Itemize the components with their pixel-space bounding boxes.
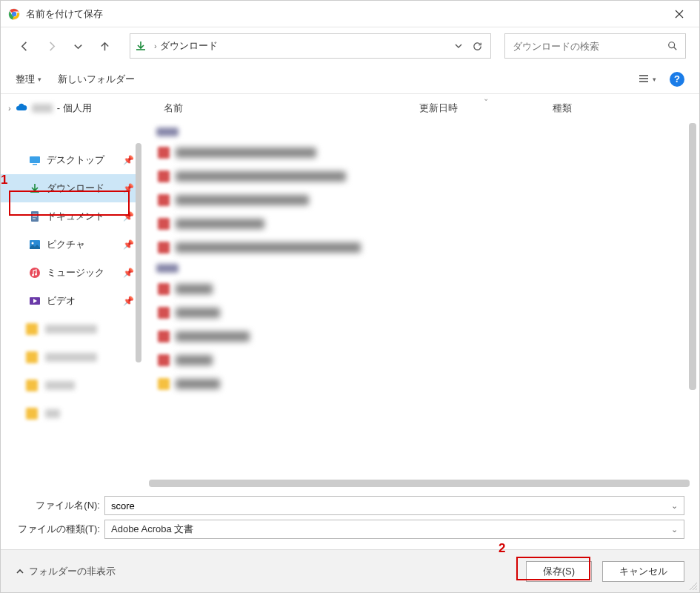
- sort-indicator-icon: ⌄: [483, 94, 489, 102]
- save-button[interactable]: 保存(S): [526, 561, 592, 582]
- file-row[interactable]: [141, 348, 699, 372]
- toolbar: 整理▾ 新しいフォルダー ▾ ?: [1, 64, 699, 94]
- sidebar-item-redacted[interactable]: [1, 343, 141, 371]
- file-row[interactable]: [141, 188, 699, 212]
- column-type[interactable]: 種類: [553, 102, 684, 115]
- footer: フォルダーの非表示 保存(S) キャンセル: [1, 549, 699, 592]
- redacted-text: [32, 104, 53, 113]
- file-row[interactable]: [141, 212, 699, 236]
- file-row[interactable]: [141, 236, 699, 259]
- svg-point-9: [32, 274, 34, 276]
- filetype-select[interactable]: Adobe Acroba 文書 ⌄: [104, 520, 684, 539]
- search-icon: [667, 41, 678, 51]
- svg-point-2: [669, 42, 675, 48]
- section-header: [141, 259, 699, 277]
- resize-grip[interactable]: [687, 580, 698, 591]
- cancel-button[interactable]: キャンセル: [602, 561, 684, 582]
- sidebar-onedrive[interactable]: › - 個人用: [1, 97, 141, 119]
- download-icon: [29, 182, 41, 194]
- pin-icon: 📌: [123, 239, 134, 250]
- sidebar-item-redacted[interactable]: [1, 371, 141, 400]
- chevron-up-icon: [16, 567, 24, 576]
- help-button[interactable]: ?: [670, 72, 684, 87]
- address-dropdown[interactable]: [448, 42, 469, 50]
- sidebar-item-downloads[interactable]: ダウンロード 📌: [1, 174, 141, 202]
- document-icon: [29, 211, 41, 222]
- dialog-body: › - 個人用 デスクトップ 📌 ダウンロード 📌 ドキュ: [1, 94, 699, 487]
- sidebar-item-redacted[interactable]: [1, 400, 141, 428]
- recent-dropdown[interactable]: [67, 36, 88, 56]
- svg-point-10: [35, 274, 37, 276]
- filename-label: ファイル名(N):: [16, 499, 104, 512]
- pin-icon: 📌: [123, 211, 134, 222]
- refresh-button[interactable]: [469, 41, 486, 52]
- video-icon: [29, 295, 41, 307]
- svg-rect-4: [33, 164, 37, 165]
- svg-point-7: [32, 242, 34, 245]
- back-button[interactable]: [14, 36, 35, 56]
- nav-row: › ダウンロード: [1, 27, 699, 64]
- file-row[interactable]: [141, 325, 699, 348]
- dialog-title: 名前を付けて保存: [26, 7, 103, 21]
- pin-icon: 📌: [123, 296, 134, 306]
- svg-point-1: [12, 11, 16, 16]
- filename-area: ファイル名(N): ⌄ ファイルの種類(T): Adobe Acroba 文書 …: [1, 487, 699, 549]
- sidebar-item-documents[interactable]: ドキュメント 📌: [1, 202, 141, 231]
- pin-icon: 📌: [123, 155, 134, 165]
- chevron-down-icon[interactable]: ⌄: [671, 525, 678, 534]
- new-folder-button[interactable]: 新しいフォルダー: [58, 73, 135, 86]
- desktop-icon: [29, 154, 41, 166]
- organize-button[interactable]: 整理▾: [16, 73, 41, 86]
- column-name[interactable]: 名前: [164, 102, 419, 115]
- svg-rect-3: [30, 156, 40, 163]
- file-row[interactable]: [141, 301, 699, 325]
- column-date[interactable]: ⌄更新日時: [419, 102, 553, 115]
- filetype-label: ファイルの種類(T):: [16, 523, 104, 536]
- filename-input-wrapper[interactable]: ⌄: [104, 496, 684, 515]
- chevron-down-icon[interactable]: ⌄: [671, 501, 678, 511]
- close-button[interactable]: [662, 2, 696, 26]
- column-headers: 名前 ⌄更新日時 種類: [141, 94, 699, 123]
- file-row[interactable]: [141, 277, 699, 301]
- filename-input[interactable]: [111, 500, 671, 511]
- music-icon: [29, 267, 41, 279]
- pictures-icon: [29, 239, 41, 251]
- sidebar-item-redacted[interactable]: [1, 315, 141, 343]
- up-button[interactable]: [94, 36, 115, 56]
- horizontal-scrollbar[interactable]: [149, 480, 690, 487]
- view-mode-button[interactable]: ▾: [638, 73, 656, 85]
- chrome-icon: [8, 8, 20, 20]
- sidebar-item-pictures[interactable]: ピクチャ 📌: [1, 231, 141, 259]
- onedrive-label: - 個人用: [57, 102, 92, 115]
- save-as-dialog: 名前を付けて保存 › ダウンロード 整理▾ 新しいフォルダー: [0, 0, 700, 593]
- main-scrollbar[interactable]: [689, 123, 696, 390]
- chevron-right-icon: ›: [154, 42, 157, 50]
- sidebar-item-videos[interactable]: ビデオ 📌: [1, 287, 141, 315]
- hide-folders-toggle[interactable]: フォルダーの非表示: [16, 565, 116, 578]
- svg-point-8: [30, 268, 40, 278]
- download-icon: [135, 40, 147, 52]
- sidebar-item-desktop[interactable]: デスクトップ 📌: [1, 146, 141, 174]
- file-row[interactable]: [141, 141, 699, 165]
- file-row[interactable]: [141, 372, 699, 396]
- filetype-value: Adobe Acroba 文書: [111, 523, 193, 536]
- file-list[interactable]: [141, 123, 699, 487]
- titlebar: 名前を付けて保存: [1, 1, 699, 27]
- file-list-pane: 名前 ⌄更新日時 種類: [141, 94, 699, 487]
- expand-icon[interactable]: ›: [8, 104, 11, 113]
- breadcrumb[interactable]: ダウンロード: [160, 39, 218, 53]
- search-input[interactable]: [513, 41, 667, 52]
- file-row[interactable]: [141, 165, 699, 188]
- sidebar-item-music[interactable]: ミュージック 📌: [1, 259, 141, 287]
- pin-icon: 📌: [123, 268, 134, 278]
- sidebar: › - 個人用 デスクトップ 📌 ダウンロード 📌 ドキュ: [1, 94, 141, 487]
- annotation-number-2: 2: [499, 541, 505, 556]
- section-header: [141, 123, 699, 141]
- sidebar-scrollbar[interactable]: [136, 143, 141, 362]
- forward-button[interactable]: [41, 36, 61, 56]
- cloud-icon: [16, 102, 27, 114]
- address-bar[interactable]: › ダウンロード: [130, 33, 491, 59]
- annotation-number-1: 1: [1, 173, 7, 188]
- pin-icon: 📌: [123, 183, 134, 193]
- search-box[interactable]: [504, 33, 686, 59]
